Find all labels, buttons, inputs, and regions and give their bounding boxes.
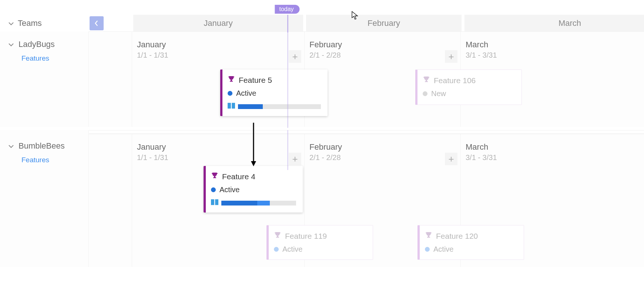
svg-marker-2 [251,161,256,166]
card-title-row: Feature 119 [274,231,366,241]
progress-fill [221,201,257,205]
today-line-header [287,15,288,33]
cursor-icon [352,11,358,21]
add-item-button[interactable]: + [445,50,457,63]
month-name: February [309,142,342,152]
trophy-icon [425,231,432,241]
lane-month-header-mar: March 3/1 - 3/31 [466,142,497,162]
lane-sub-features[interactable]: Features [21,54,88,62]
chevron-down-icon [8,18,14,28]
team-row[interactable]: LadyBugs [8,40,88,49]
timeline-nav-area [89,15,133,31]
month-name: February [309,40,342,50]
month-range: 3/1 - 3/31 [466,153,497,162]
team-name-label: LadyBugs [19,40,55,49]
month-range: 1/1 - 1/31 [137,153,168,162]
progress-bar [238,104,321,109]
today-line-lane2 [287,130,288,170]
month-name: January [137,142,168,152]
lane-sub-label: Features [21,54,49,62]
card-status-row: Active [425,245,517,254]
lane-sidebar: LadyBugs Features [0,31,89,127]
month-tab-january[interactable]: January [133,15,303,31]
chevron-down-icon [8,141,14,151]
card-status-row: New [423,89,515,98]
column-divider [132,32,132,127]
sidebar-header-label: Teams [18,18,42,28]
team-row[interactable]: BumbleBees [8,141,88,151]
month-tab-label: February [368,18,400,28]
status-dot-icon [425,247,430,252]
month-name: January [137,40,168,50]
card-status: Active [282,245,302,254]
card-title-row: Feature 5 [228,75,321,85]
add-item-button[interactable]: + [289,153,301,165]
card-title: Feature 106 [434,76,476,85]
month-range: 1/1 - 1/31 [137,51,168,60]
month-tab-label: March [559,18,581,28]
lane-month-header-jan: January 1/1 - 1/31 [137,142,168,162]
card-status-row: Active [211,186,296,194]
card-progress-row [228,103,321,110]
month-tab-march[interactable]: March [464,15,644,31]
today-line-lane1 [287,33,288,128]
trophy-icon [211,172,218,181]
book-icon [211,199,218,207]
month-tab-february[interactable]: February [306,15,462,31]
lane-content: January 1/1 - 1/31 + February 2/1 - 2/28… [89,31,644,127]
progress-fill [238,104,263,109]
card-status: New [431,89,446,98]
team-name-label: BumbleBees [19,141,65,151]
lane-month-header-feb: February 2/1 - 2/28 [309,40,342,60]
book-icon [228,103,235,110]
month-name: March [466,142,497,152]
card-feature-106[interactable]: Feature 106 New [415,69,522,105]
card-status: Active [236,89,256,98]
card-status: Active [219,186,239,194]
chevron-down-icon [8,40,14,49]
add-item-button[interactable]: + [445,153,457,165]
card-title: Feature 4 [222,172,255,181]
lane-month-header-mar: March 3/1 - 3/31 [466,40,497,60]
trophy-icon [423,76,430,85]
today-label: today [279,6,294,12]
status-dot-icon [423,91,427,96]
lane-month-header-jan: January 1/1 - 1/31 [137,40,168,60]
progress-bar [221,201,296,205]
card-status-row: Active [274,245,366,254]
lane-bumblebees: BumbleBees Features January 1/1 - 1/31 +… [0,130,644,267]
trophy-icon [274,231,281,241]
lane-sidebar: BumbleBees Features [0,130,89,267]
dependency-arrow [248,123,259,168]
progress-fill-secondary [257,201,270,205]
trophy-icon [228,75,235,85]
lane-content: January 1/1 - 1/31 + February 2/1 - 2/28… [89,134,644,267]
lane-month-header-feb: February 2/1 - 2/28 [309,142,342,162]
lane-sub-label: Features [21,156,49,164]
add-item-button[interactable]: + [289,50,301,63]
month-range: 3/1 - 3/31 [466,51,497,60]
card-title: Feature 119 [285,232,327,241]
card-status-row: Active [228,89,321,98]
card-feature-119[interactable]: Feature 119 Active [266,225,373,260]
card-progress-row [211,199,296,207]
card-feature-120[interactable]: Feature 120 Active [417,225,524,260]
month-name: March [466,40,497,50]
card-title: Feature 120 [436,232,478,241]
card-title-row: Feature 106 [423,76,515,85]
status-dot-icon [211,187,216,192]
card-status: Active [433,245,453,254]
status-dot-icon [274,247,279,252]
lane-separator [0,130,644,134]
timeline-prev-button[interactable] [90,16,104,30]
timeline-header-row: Teams January February March [0,15,644,31]
lane-sub-features[interactable]: Features [21,156,88,164]
card-feature-4[interactable]: Feature 4 Active [204,166,303,213]
card-feature-5[interactable]: Feature 5 Active [220,69,328,116]
card-title-row: Feature 4 [211,172,296,181]
column-divider [132,134,132,267]
card-title-row: Feature 120 [425,231,517,241]
month-tab-label: January [204,18,232,28]
sidebar-header[interactable]: Teams [0,15,89,31]
status-dot-icon [228,91,232,96]
